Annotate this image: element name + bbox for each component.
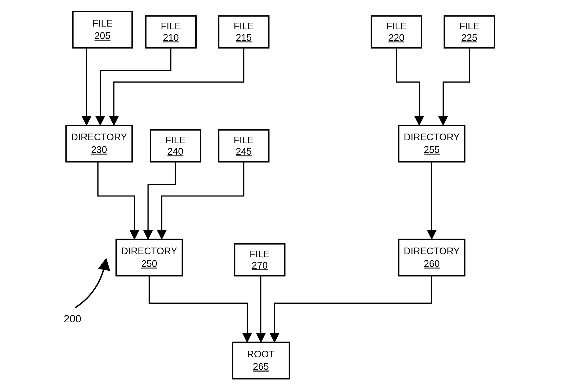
label: DIRECTORY	[404, 132, 460, 142]
svg-rect-8	[399, 125, 465, 162]
label: DIRECTORY	[404, 246, 460, 256]
label: FILE	[250, 249, 270, 259]
number: 220	[388, 32, 404, 43]
node-directory-255: DIRECTORY 255	[399, 125, 465, 162]
node-directory-260: DIRECTORY 260	[399, 239, 465, 276]
label: FILE	[165, 135, 185, 145]
figure-reference-label: 200	[64, 313, 81, 324]
arrow-225-to-255	[443, 48, 469, 124]
number: 205	[95, 30, 110, 41]
node-file-270: FILE 270	[235, 244, 285, 276]
svg-rect-0	[73, 11, 132, 48]
arrow-230-to-250	[98, 162, 134, 238]
arrow-245-to-250	[162, 162, 244, 238]
arrow-215-to-230	[114, 48, 244, 124]
number: 240	[167, 146, 183, 157]
number: 245	[236, 146, 252, 157]
number: 225	[461, 32, 477, 43]
node-file-205: FILE 205	[73, 11, 132, 48]
label: FILE	[92, 18, 113, 28]
label: FILE	[234, 21, 254, 31]
node-file-245: FILE 245	[219, 130, 269, 162]
label: ROOT	[247, 349, 275, 359]
number: 265	[253, 361, 269, 372]
arrow-220-to-255	[397, 48, 419, 124]
arrow-260-to-265	[275, 276, 432, 341]
node-root-265: ROOT 265	[233, 342, 289, 379]
svg-rect-11	[399, 239, 465, 276]
label: FILE	[234, 135, 254, 145]
number: 255	[424, 144, 440, 155]
node-file-210: FILE 210	[146, 16, 196, 48]
node-file-225: FILE 225	[444, 16, 494, 48]
node-directory-230: DIRECTORY 230	[66, 125, 132, 162]
number: 250	[141, 258, 157, 269]
number: 230	[91, 144, 107, 155]
label: FILE	[161, 21, 181, 31]
label: DIRECTORY	[121, 246, 177, 256]
svg-rect-9	[116, 239, 182, 276]
node-file-240: FILE 240	[150, 130, 200, 162]
file-tree-diagram: FILE 205 FILE 210 FILE 215 FILE 220 FILE…	[0, 0, 565, 392]
number: 210	[163, 32, 179, 43]
number: 260	[424, 258, 440, 269]
node-file-215: FILE 215	[219, 16, 269, 48]
label: FILE	[386, 21, 406, 31]
label: FILE	[459, 21, 480, 31]
figure-reference-200: 200	[64, 260, 106, 324]
node-directory-250: DIRECTORY 250	[116, 239, 182, 276]
svg-rect-5	[66, 125, 132, 162]
arrow-250-to-265	[149, 276, 247, 341]
svg-rect-12	[233, 342, 289, 379]
number: 270	[252, 260, 268, 271]
label: DIRECTORY	[71, 132, 127, 142]
number: 215	[236, 32, 252, 43]
node-file-220: FILE 220	[372, 16, 421, 48]
arrow-210-to-230	[100, 48, 171, 124]
